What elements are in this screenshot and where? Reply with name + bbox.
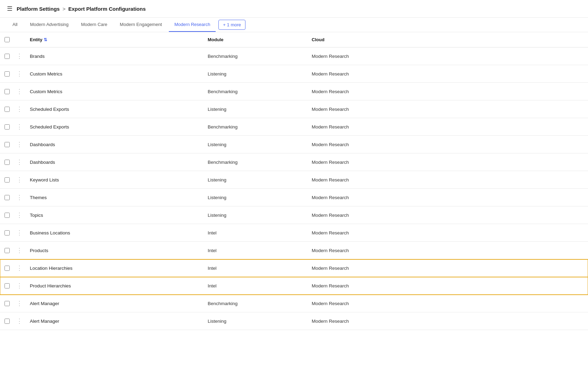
drag-handle[interactable]: ⋮ [14, 100, 24, 118]
cell-cloud: Modern Research [306, 190, 410, 205]
cell-cloud: Modern Research [306, 296, 410, 311]
cell-entity: Location Hierarchies [24, 261, 202, 276]
cell-extra [410, 210, 588, 220]
cell-cloud: Modern Research [306, 278, 410, 293]
table-header: Entity ⇅ Module Cloud [0, 32, 588, 47]
row-checkbox-cell[interactable] [0, 102, 14, 117]
table-row: ⋮ Custom Metrics Listening Modern Resear… [0, 65, 588, 83]
cell-extra [410, 316, 588, 326]
tab-all[interactable]: All [7, 18, 23, 32]
drag-handle[interactable]: ⋮ [14, 47, 24, 65]
drag-handle[interactable]: ⋮ [14, 295, 24, 312]
cell-entity: Business Locations [24, 225, 202, 240]
cell-cloud: Modern Research [306, 119, 410, 134]
drag-handle[interactable]: ⋮ [14, 189, 24, 206]
row-checkbox-cell[interactable] [0, 155, 14, 170]
row-checkbox-cell[interactable] [0, 208, 14, 223]
row-checkbox-cell[interactable] [0, 172, 14, 187]
row-checkbox[interactable] [5, 301, 10, 306]
row-checkbox-cell[interactable] [0, 137, 14, 152]
row-checkbox[interactable] [5, 248, 10, 253]
cell-entity: Scheduled Exports [24, 119, 202, 134]
tab-modern-research[interactable]: Modern Research [169, 18, 216, 32]
breadcrumb-child: Export Platform Configurations [68, 6, 146, 12]
cell-extra [410, 299, 588, 308]
row-checkbox-cell[interactable] [0, 119, 14, 134]
data-table: Entity ⇅ Module Cloud ⋮ Brands Benchmark… [0, 32, 588, 330]
hamburger-icon[interactable]: ☰ [7, 5, 12, 12]
row-checkbox[interactable] [5, 142, 10, 147]
row-checkbox-cell[interactable] [0, 190, 14, 205]
tabs-bar: All Modern Advertising Modern Care Moder… [0, 18, 588, 32]
cell-cloud: Modern Research [306, 225, 410, 240]
cell-extra [410, 263, 588, 273]
table-row: ⋮ Dashboards Benchmarking Modern Researc… [0, 153, 588, 171]
table-row: ⋮ Product Hierarchies Intel Modern Resea… [0, 277, 588, 295]
cell-extra [410, 104, 588, 114]
cell-module: Benchmarking [202, 119, 306, 134]
th-module: Module [202, 32, 306, 47]
th-cloud: Cloud [306, 32, 410, 47]
drag-handle[interactable]: ⋮ [14, 83, 24, 100]
row-checkbox[interactable] [5, 177, 10, 182]
row-checkbox-cell[interactable] [0, 84, 14, 99]
th-extra [410, 32, 588, 47]
drag-handle[interactable]: ⋮ [14, 118, 24, 135]
row-checkbox-cell[interactable] [0, 296, 14, 311]
tab-modern-engagement[interactable]: Modern Engagement [114, 18, 167, 32]
table-row: ⋮ Alert Manager Listening Modern Researc… [0, 312, 588, 330]
drag-handle[interactable]: ⋮ [14, 136, 24, 153]
row-checkbox-cell[interactable] [0, 278, 14, 293]
row-checkbox[interactable] [5, 71, 10, 77]
row-checkbox-cell[interactable] [0, 261, 14, 276]
row-checkbox[interactable] [5, 54, 10, 59]
cell-module: Listening [202, 172, 306, 187]
row-checkbox[interactable] [5, 107, 10, 112]
drag-handle[interactable]: ⋮ [14, 224, 24, 241]
cell-module: Listening [202, 190, 306, 205]
cell-cloud: Modern Research [306, 172, 410, 187]
breadcrumb-parent: Platform Settings [17, 6, 60, 12]
cell-cloud: Modern Research [306, 155, 410, 170]
drag-handle[interactable]: ⋮ [14, 312, 24, 330]
row-checkbox[interactable] [5, 213, 10, 218]
page-header: ☰ Platform Settings > Export Platform Co… [0, 0, 588, 18]
cell-module: Listening [202, 208, 306, 223]
tab-modern-advertising[interactable]: Modern Advertising [24, 18, 74, 32]
header-checkbox-cell[interactable] [0, 32, 14, 47]
drag-handle[interactable]: ⋮ [14, 171, 24, 188]
row-checkbox[interactable] [5, 89, 10, 94]
cell-entity: Themes [24, 190, 202, 205]
breadcrumb-separator: > [62, 6, 66, 12]
cell-cloud: Modern Research [306, 49, 410, 64]
drag-handle[interactable]: ⋮ [14, 242, 24, 259]
row-checkbox-cell[interactable] [0, 225, 14, 240]
drag-handle[interactable]: ⋮ [14, 206, 24, 224]
table-body: ⋮ Brands Benchmarking Modern Research ⋮ … [0, 47, 588, 330]
cell-cloud: Modern Research [306, 314, 410, 329]
drag-handle[interactable]: ⋮ [14, 277, 24, 294]
cell-cloud: Modern Research [306, 243, 410, 258]
cell-entity: Scheduled Exports [24, 102, 202, 117]
row-checkbox-cell[interactable] [0, 49, 14, 64]
drag-handle[interactable]: ⋮ [14, 259, 24, 277]
row-checkbox[interactable] [5, 266, 10, 271]
row-checkbox[interactable] [5, 160, 10, 165]
row-checkbox-cell[interactable] [0, 243, 14, 258]
cell-entity: Product Hierarchies [24, 278, 202, 293]
row-checkbox[interactable] [5, 319, 10, 324]
tab-modern-care[interactable]: Modern Care [76, 18, 113, 32]
row-checkbox-cell[interactable] [0, 66, 14, 81]
row-checkbox[interactable] [5, 124, 10, 130]
sort-icon[interactable]: ⇅ [44, 37, 47, 42]
row-checkbox-cell[interactable] [0, 314, 14, 329]
row-checkbox[interactable] [5, 195, 10, 200]
drag-handle[interactable]: ⋮ [14, 65, 24, 82]
cell-cloud: Modern Research [306, 102, 410, 117]
select-all-checkbox[interactable] [5, 37, 10, 42]
table-row: ⋮ Scheduled Exports Benchmarking Modern … [0, 118, 588, 136]
row-checkbox[interactable] [5, 230, 10, 235]
drag-handle[interactable]: ⋮ [14, 153, 24, 171]
row-checkbox[interactable] [5, 283, 10, 288]
tab-more-button[interactable]: + 1 more [218, 20, 245, 30]
